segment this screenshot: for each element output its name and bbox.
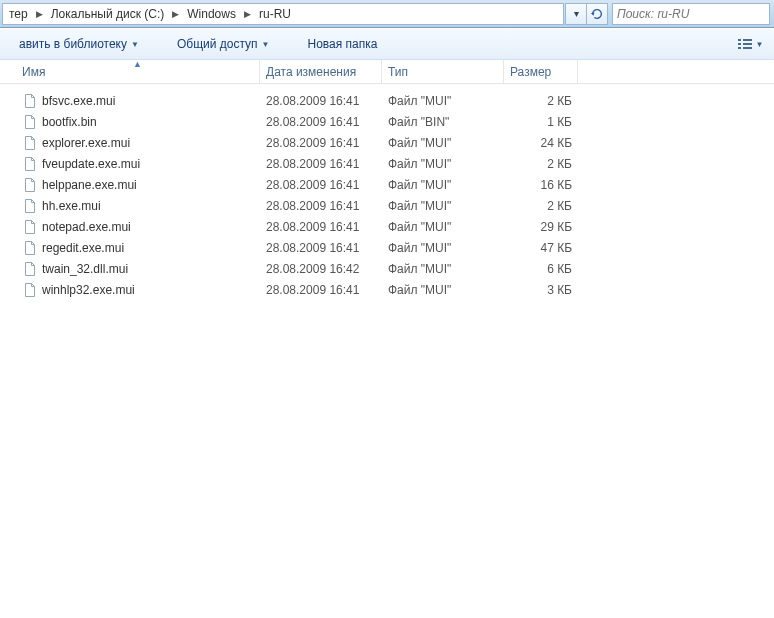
file-type: Файл "MUI" (382, 262, 504, 276)
file-date: 28.08.2009 16:41 (260, 241, 382, 255)
share-button[interactable]: Общий доступ ▼ (166, 32, 281, 56)
column-header-type[interactable]: Тип (382, 60, 504, 83)
breadcrumb-item[interactable]: тер (5, 4, 32, 24)
svg-rect-2 (738, 43, 741, 45)
file-size: 29 КБ (504, 220, 578, 234)
toolbar-label: авить в библиотеку (19, 37, 127, 51)
toolbar-label: Общий доступ (177, 37, 258, 51)
svg-rect-3 (743, 43, 752, 45)
breadcrumb[interactable]: тер ▶ Локальный диск (C:) ▶ Windows ▶ ru… (2, 3, 564, 25)
file-size: 2 КБ (504, 199, 578, 213)
sort-asc-icon: ▲ (133, 59, 142, 69)
chevron-down-icon: ▼ (131, 40, 139, 49)
file-size: 16 КБ (504, 178, 578, 192)
file-name: fveupdate.exe.mui (42, 157, 140, 171)
file-type: Файл "MUI" (382, 136, 504, 150)
file-row[interactable]: fveupdate.exe.mui 28.08.2009 16:41 Файл … (16, 153, 774, 174)
address-bar: тер ▶ Локальный диск (C:) ▶ Windows ▶ ru… (0, 0, 774, 28)
breadcrumb-item[interactable]: ru-RU (255, 4, 295, 24)
search-input[interactable] (617, 7, 765, 21)
column-header-size[interactable]: Размер (504, 60, 578, 83)
svg-rect-5 (743, 47, 752, 49)
svg-rect-0 (738, 39, 741, 41)
file-type: Файл "MUI" (382, 94, 504, 108)
file-name: winhlp32.exe.mui (42, 283, 135, 297)
breadcrumb-item[interactable]: Локальный диск (C:) (47, 4, 169, 24)
file-row[interactable]: notepad.exe.mui 28.08.2009 16:41 Файл "M… (16, 216, 774, 237)
file-type: Файл "MUI" (382, 241, 504, 255)
view-icon (737, 38, 753, 50)
svg-rect-4 (738, 47, 741, 49)
file-size: 47 КБ (504, 241, 578, 255)
file-type: Файл "BIN" (382, 115, 504, 129)
file-icon (22, 177, 38, 193)
file-date: 28.08.2009 16:41 (260, 283, 382, 297)
file-type: Файл "MUI" (382, 220, 504, 234)
chevron-down-icon: ▼ (756, 40, 764, 49)
new-folder-button[interactable]: Новая папка (296, 32, 388, 56)
file-row[interactable]: twain_32.dll.mui 28.08.2009 16:42 Файл "… (16, 258, 774, 279)
address-controls: ▾ (566, 3, 608, 25)
file-row[interactable]: hh.exe.mui 28.08.2009 16:41 Файл "MUI" 2… (16, 195, 774, 216)
file-size: 2 КБ (504, 94, 578, 108)
search-box[interactable] (612, 3, 770, 25)
file-name: bootfix.bin (42, 115, 97, 129)
column-label: Имя (22, 65, 45, 79)
file-size: 6 КБ (504, 262, 578, 276)
view-options-button[interactable]: ▼ (734, 33, 766, 55)
file-row[interactable]: regedit.exe.mui 28.08.2009 16:41 Файл "M… (16, 237, 774, 258)
file-row[interactable]: winhlp32.exe.mui 28.08.2009 16:41 Файл "… (16, 279, 774, 300)
file-name: regedit.exe.mui (42, 241, 124, 255)
column-header-name[interactable]: Имя ▲ (16, 60, 260, 83)
file-name: helppane.exe.mui (42, 178, 137, 192)
file-icon (22, 114, 38, 130)
file-icon (22, 156, 38, 172)
file-size: 24 КБ (504, 136, 578, 150)
file-icon (22, 261, 38, 277)
column-header-date[interactable]: Дата изменения (260, 60, 382, 83)
toolbar-label: Новая папка (307, 37, 377, 51)
history-dropdown-button[interactable]: ▾ (565, 3, 587, 25)
file-type: Файл "MUI" (382, 157, 504, 171)
chevron-right-icon[interactable]: ▶ (168, 9, 183, 19)
file-name: hh.exe.mui (42, 199, 101, 213)
file-date: 28.08.2009 16:41 (260, 157, 382, 171)
file-size: 2 КБ (504, 157, 578, 171)
toolbar: авить в библиотеку ▼ Общий доступ ▼ Нова… (0, 28, 774, 60)
file-size: 1 КБ (504, 115, 578, 129)
file-icon (22, 240, 38, 256)
file-date: 28.08.2009 16:41 (260, 136, 382, 150)
file-type: Файл "MUI" (382, 178, 504, 192)
column-label: Тип (388, 65, 408, 79)
file-date: 28.08.2009 16:41 (260, 94, 382, 108)
columns-header: Имя ▲ Дата изменения Тип Размер (0, 60, 774, 84)
file-name: bfsvc.exe.mui (42, 94, 115, 108)
file-name: notepad.exe.mui (42, 220, 131, 234)
svg-rect-1 (743, 39, 752, 41)
file-icon (22, 93, 38, 109)
file-date: 28.08.2009 16:41 (260, 199, 382, 213)
chevron-down-icon: ▼ (262, 40, 270, 49)
file-icon (22, 282, 38, 298)
chevron-right-icon[interactable]: ▶ (240, 9, 255, 19)
column-label: Дата изменения (266, 65, 356, 79)
file-list: bfsvc.exe.mui 28.08.2009 16:41 Файл "MUI… (0, 84, 774, 300)
refresh-button[interactable] (586, 3, 608, 25)
breadcrumb-item[interactable]: Windows (183, 4, 240, 24)
file-date: 28.08.2009 16:41 (260, 220, 382, 234)
refresh-icon (590, 7, 604, 21)
file-row[interactable]: bootfix.bin 28.08.2009 16:41 Файл "BIN" … (16, 111, 774, 132)
file-icon (22, 219, 38, 235)
file-name: explorer.exe.mui (42, 136, 130, 150)
column-label: Размер (510, 65, 551, 79)
add-to-library-button[interactable]: авить в библиотеку ▼ (8, 32, 150, 56)
file-date: 28.08.2009 16:41 (260, 178, 382, 192)
file-row[interactable]: bfsvc.exe.mui 28.08.2009 16:41 Файл "MUI… (16, 90, 774, 111)
file-type: Файл "MUI" (382, 283, 504, 297)
file-type: Файл "MUI" (382, 199, 504, 213)
file-date: 28.08.2009 16:42 (260, 262, 382, 276)
file-row[interactable]: explorer.exe.mui 28.08.2009 16:41 Файл "… (16, 132, 774, 153)
file-icon (22, 135, 38, 151)
chevron-right-icon[interactable]: ▶ (32, 9, 47, 19)
file-row[interactable]: helppane.exe.mui 28.08.2009 16:41 Файл "… (16, 174, 774, 195)
